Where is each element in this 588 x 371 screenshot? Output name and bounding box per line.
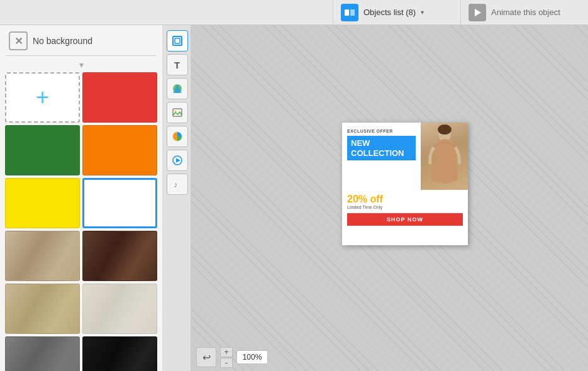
svg-marker-2 [475,9,481,16]
swatch-yellow[interactable] [5,178,80,228]
ad-person-image [421,123,468,190]
panel-title: No background [33,36,92,46]
ad-image-area [421,123,468,190]
image-tool-button[interactable] [167,102,188,123]
zoom-out-button[interactable]: - [220,358,233,368]
close-background-button[interactable]: ✕ [9,31,28,50]
swatch-texture6[interactable] [82,336,157,371]
ad-banner[interactable]: EXCLUSIVE OFFER NEW COLLECTION [342,123,468,245]
ad-collection-label: COLLECTION [351,148,404,158]
swatch-red[interactable] [82,72,157,123]
swatch-texture5[interactable] [5,336,80,371]
swatch-texture2[interactable] [82,231,157,281]
audio-tool-button[interactable]: ♪ [167,174,188,195]
swatch-white[interactable] [82,178,157,228]
zoom-display: 100% [236,350,268,364]
objects-list-chevron: ▾ [421,9,424,16]
swatch-texture4[interactable] [82,284,157,334]
ad-top-section: EXCLUSIVE OFFER NEW COLLECTION [342,123,468,190]
top-bar: Objects list (8) ▾ Animate this object [0,0,588,25]
layout-tool-button[interactable] [167,30,188,52]
person-silhouette-svg [423,123,467,189]
plus-icon: + [36,86,49,109]
bottom-bar: ↩ + - 100% [191,343,588,371]
expand-icon: ▾ [79,60,84,70]
panel-divider [6,55,156,56]
svg-rect-4 [175,38,180,43]
vertical-toolbar: T [164,25,191,371]
panel-header: ✕ No background [0,25,162,54]
animate-icon [469,4,486,21]
ad-exclusive-label: EXCLUSIVE OFFER [347,129,416,133]
expand-btn[interactable]: ▾ [0,60,162,70]
svg-point-15 [438,125,452,135]
zoom-in-button[interactable]: + [220,347,233,357]
animate-object-button[interactable]: Animate this object [461,0,588,25]
text-tool-button[interactable]: T [167,54,188,75]
main-layout: ✕ No background ▾ + [0,25,588,371]
ad-limited-label: Limited Time Only [347,205,463,209]
svg-rect-0 [345,9,349,16]
text-tool-icon: T [174,60,180,70]
close-icon: ✕ [14,35,23,47]
objects-list-button[interactable]: Objects list (8) ▾ [333,0,461,25]
background-panel: ✕ No background ▾ + [0,25,164,371]
ad-left-content: EXCLUSIVE OFFER NEW COLLECTION [342,123,421,190]
objects-list-label: Objects list (8) [363,8,416,17]
swatch-green[interactable] [5,125,80,175]
ad-bottom-section: 20% off Limited Time Only SHOP NOW [342,190,468,245]
color-grid-wrapper: + [0,72,162,371]
canvas-area[interactable]: EXCLUSIVE OFFER NEW COLLECTION [191,25,588,371]
top-bar-left-spacer [0,0,333,25]
ad-shop-now-button[interactable]: SHOP NOW [347,213,463,226]
animate-object-label: Animate this object [491,8,560,17]
ad-discount-label: 20% off [347,194,463,205]
video-tool-button[interactable] [167,150,188,171]
objects-list-icon [341,4,358,21]
swatch-texture3[interactable] [5,284,80,334]
swatch-orange[interactable] [82,125,157,175]
shape-tool-button[interactable] [167,78,188,99]
undo-button[interactable]: ↩ [196,347,216,367]
svg-marker-11 [176,158,180,163]
svg-rect-3 [173,36,182,45]
undo-icon: ↩ [202,352,211,363]
svg-point-8 [174,111,176,113]
ad-new-collection-block: NEW COLLECTION [347,136,416,160]
add-color-button[interactable]: + [5,72,80,123]
ad-new-label: NEW [351,138,370,148]
zoom-controls: + - [220,347,233,368]
chart-tool-button[interactable] [167,126,188,147]
svg-rect-1 [350,9,355,16]
swatch-texture1[interactable] [5,231,80,281]
svg-text:♪: ♪ [174,180,178,189]
color-grid: + [0,72,162,371]
